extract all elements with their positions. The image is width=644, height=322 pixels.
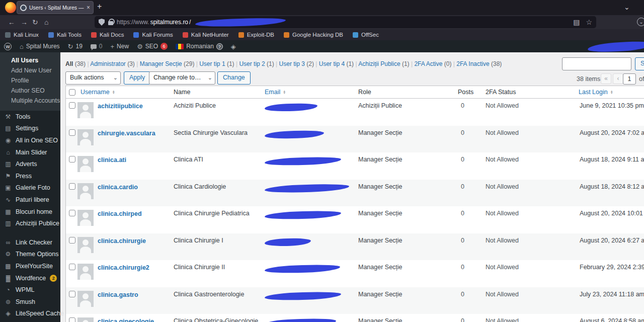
posts-cell[interactable]: 0: [454, 102, 481, 109]
bookmark-item[interactable]: OffSec: [353, 32, 379, 38]
username-link[interactable]: clinica.ginecologie: [98, 317, 154, 322]
back-icon[interactable]: ←: [8, 18, 15, 27]
posts-cell[interactable]: 0: [454, 210, 481, 217]
role-filter-link[interactable]: 2FA Active (0): [411, 60, 453, 67]
username-link[interactable]: clinica.chirurgie2: [98, 264, 149, 280]
bookmark-item[interactable]: Kali Linux: [5, 32, 39, 38]
username-link[interactable]: chirurgie.vasculara: [98, 129, 155, 145]
row-checkbox[interactable]: [69, 210, 75, 216]
tab-close-icon[interactable]: ×: [87, 4, 90, 11]
posts-cell[interactable]: 0: [454, 183, 481, 190]
row-checkbox[interactable]: [69, 291, 75, 297]
sidebar-menu-item[interactable]: ∞ Link Checker: [0, 236, 60, 249]
posts-cell[interactable]: 0: [454, 237, 481, 244]
row-checkbox[interactable]: [69, 156, 75, 163]
submenu-item[interactable]: Multiple Accounts: [0, 96, 60, 106]
row-checkbox[interactable]: [69, 317, 75, 322]
submenu-item[interactable]: All Users: [0, 55, 60, 65]
sidebar-menu-item[interactable]: ⌂ Main Slider: [0, 146, 60, 158]
adminbar-new[interactable]: + New: [111, 43, 129, 50]
adminbar-updates[interactable]: ↻ 19: [68, 43, 83, 50]
column-header-username[interactable]: Username ▲▼: [76, 89, 170, 96]
sidebar-menu-item[interactable]: ⚑ Press: [0, 170, 60, 182]
lock-icon[interactable]: [108, 21, 113, 25]
column-header-email[interactable]: Email ▲▼: [261, 89, 354, 96]
adminbar-language[interactable]: Romanian ?: [176, 43, 223, 50]
posts-cell[interactable]: 0: [454, 156, 481, 163]
sidebar-menu-item[interactable]: ◔ WPML: [0, 284, 60, 296]
username-link[interactable]: clinica.cardio: [98, 183, 138, 199]
bookmark-item[interactable]: Kali Forums: [133, 32, 173, 38]
role-filter-link[interactable]: User tip 2 (1): [236, 60, 276, 67]
role-filter-link[interactable]: 2FA Inactive (38): [453, 60, 502, 67]
sidebar-menu-item[interactable]: ▦ Blocuri home: [0, 206, 60, 218]
tab-list-chevron-icon[interactable]: ⌄: [624, 3, 630, 11]
wp-logo-menu[interactable]: W: [4, 43, 12, 50]
sidebar-menu-item[interactable]: ∿ Paturi libere: [0, 194, 60, 206]
role-filter-link[interactable]: Manager Secție (29): [136, 60, 196, 67]
role-filter-link[interactable]: User tip 1 (1): [196, 60, 236, 67]
sidebar-menu-item[interactable]: ⚒ Tools: [0, 111, 60, 123]
username-link[interactable]: achizitiipublice: [98, 102, 143, 118]
adminbar-comments[interactable]: 0: [91, 43, 103, 50]
current-page-input[interactable]: [623, 73, 636, 85]
search-users-input[interactable]: [562, 57, 631, 70]
submenu-item[interactable]: Add New User: [0, 65, 60, 75]
role-filter-link[interactable]: User tip 4 (1): [315, 60, 355, 67]
adminbar-seo[interactable]: ⚙ SEO 6: [137, 43, 168, 50]
sidebar-menu-item[interactable]: ◉ All in One SEO: [0, 134, 60, 146]
bookmark-item[interactable]: Kali Docs: [91, 32, 124, 38]
row-checkbox[interactable]: [69, 264, 75, 270]
adminbar-site-name[interactable]: ⌂ Spital Mures: [20, 43, 60, 50]
sidebar-menu-item[interactable]: ▤ Settings: [0, 123, 60, 135]
select-all-checkbox[interactable]: [69, 89, 75, 96]
role-filter-link[interactable]: All (38): [65, 60, 87, 67]
sidebar-menu-item[interactable]: ▓ Wordfence 2: [0, 272, 60, 284]
role-filter-link[interactable]: User tip 3 (2): [276, 60, 315, 67]
sidebar-menu-item[interactable]: ▣ Galerie Foto: [0, 182, 60, 194]
bookmark-star-icon[interactable]: ☆: [586, 18, 592, 27]
reader-mode-icon[interactable]: ▤: [573, 18, 580, 27]
row-checkbox[interactable]: [69, 237, 75, 244]
username-link[interactable]: clinica.gastro: [98, 291, 138, 307]
sidebar-menu-item[interactable]: ▥ Achiziții Publice: [0, 217, 60, 229]
adminbar-litespeed[interactable]: ◈: [231, 43, 236, 50]
role-filter-link[interactable]: Administrator (3): [87, 60, 136, 67]
reload-icon[interactable]: ↻: [32, 18, 38, 27]
posts-cell[interactable]: 0: [454, 317, 481, 322]
first-page-button[interactable]: «: [601, 73, 611, 84]
posts-cell[interactable]: 0: [454, 129, 481, 136]
username-link[interactable]: clinica.chirurgie: [98, 237, 146, 253]
posts-cell[interactable]: 0: [454, 291, 481, 298]
role-filter-link[interactable]: Achiziții Publice (1): [355, 60, 411, 67]
sidebar-menu-item[interactable]: ⚙ Theme Options: [0, 249, 60, 261]
sidebar-menu-item[interactable]: ▩ PixelYourSite: [0, 260, 60, 272]
sidebar-menu-item[interactable]: ◈ LiteSpeed Cache: [0, 308, 60, 320]
search-users-button[interactable]: Search Users: [635, 57, 644, 70]
posts-cell[interactable]: 0: [454, 264, 481, 271]
sidebar-menu-item[interactable]: ▥ Adverts: [0, 158, 60, 170]
prev-page-button[interactable]: ‹: [613, 73, 623, 84]
url-bar[interactable]: https://www. spitalmures.ro / ▤ ☆: [95, 16, 596, 28]
submenu-item[interactable]: Author SEO: [0, 86, 60, 96]
browser-tab[interactable]: Users ‹ Spital Mures — W ×: [17, 1, 94, 14]
row-checkbox[interactable]: [69, 102, 75, 109]
firefox-logo-icon[interactable]: [5, 2, 16, 13]
row-checkbox[interactable]: [69, 183, 75, 190]
bookmark-item[interactable]: Kali Tools: [48, 32, 82, 38]
username-link[interactable]: clinica.chirped: [98, 210, 142, 226]
bookmark-item[interactable]: Kali NetHunter: [183, 32, 229, 38]
pocket-icon[interactable]: ⌄: [637, 18, 644, 26]
new-tab-button[interactable]: +: [97, 2, 102, 11]
sidebar-menu-item[interactable]: ⊚ Smush: [0, 296, 60, 308]
row-checkbox[interactable]: [69, 129, 75, 136]
submenu-item[interactable]: Profile: [0, 75, 60, 86]
forward-icon[interactable]: →: [21, 18, 28, 27]
tracking-shield-icon[interactable]: [99, 19, 105, 26]
home-icon[interactable]: ⌂: [44, 18, 48, 27]
column-header-last-login[interactable]: Last Login ▲▼: [575, 89, 644, 96]
bookmark-item[interactable]: Exploit-DB: [238, 32, 274, 38]
bookmark-item[interactable]: Google Hacking DB: [284, 32, 343, 38]
username-link[interactable]: clinica.ati: [98, 156, 126, 172]
sidebar-menu-item[interactable]: ◀ Collapse menu: [0, 319, 60, 322]
